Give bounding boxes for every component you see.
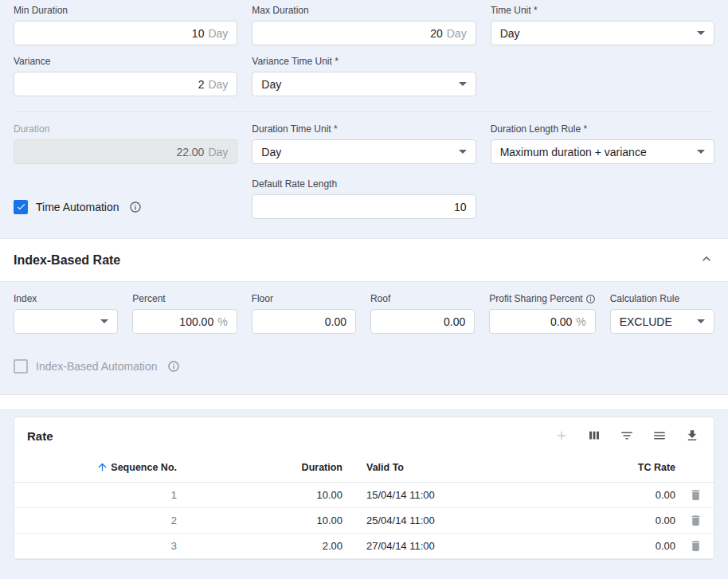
variance-label: Variance bbox=[14, 56, 237, 67]
calculation-rule-label: Calculation Rule bbox=[610, 293, 714, 304]
roof-label: Roof bbox=[370, 293, 475, 304]
floor-value: 0.00 bbox=[325, 315, 346, 328]
delete-icon[interactable] bbox=[677, 514, 714, 527]
rate-table: Sequence No. Duration Valid To TC Rate 1… bbox=[14, 452, 714, 559]
section-gap bbox=[0, 394, 728, 410]
cell-duration: 2.00 bbox=[178, 540, 344, 552]
filter-icon[interactable] bbox=[620, 428, 634, 443]
default-rate-length-input[interactable]: 10 bbox=[252, 194, 476, 219]
index-based-automation-checkbox-row: Index-Based Automation bbox=[14, 354, 714, 378]
download-icon[interactable] bbox=[685, 428, 699, 443]
duration-time-unit-label: Duration Time Unit * bbox=[252, 123, 476, 135]
min-duration-input[interactable]: 10 Day bbox=[14, 21, 237, 45]
variance-time-unit-field: Variance Time Unit * Day bbox=[252, 56, 476, 96]
percent-label: Percent bbox=[132, 293, 237, 304]
time-automation-label: Time Automation bbox=[36, 201, 119, 213]
check-icon bbox=[16, 201, 26, 212]
cell-sequence-no: 2 bbox=[14, 514, 178, 526]
index-based-automation-label: Index-Based Automation bbox=[36, 360, 158, 373]
roof-field: Roof 0.00 bbox=[370, 293, 475, 334]
time-automation-checkbox[interactable] bbox=[14, 200, 28, 214]
index-field: Index bbox=[14, 293, 118, 334]
floor-input[interactable]: 0.00 bbox=[252, 309, 356, 334]
max-duration-input[interactable]: 20 Day bbox=[252, 21, 476, 45]
calculation-rule-select[interactable]: EXCLUDE bbox=[610, 309, 714, 334]
info-icon[interactable] bbox=[585, 294, 596, 304]
page: Min Duration 10 Day Max Duration 20 Day … bbox=[0, 0, 728, 579]
floor-field: Floor 0.00 bbox=[252, 293, 356, 334]
duration-length-rule-label: Duration Length Rule * bbox=[491, 123, 714, 135]
rate-card: Rate bbox=[14, 417, 714, 560]
chevron-down-icon bbox=[100, 319, 108, 323]
delete-icon[interactable] bbox=[677, 488, 714, 502]
profit-sharing-percent-input[interactable]: 0.00 % bbox=[489, 309, 595, 334]
profit-sharing-percent-label: Profit Sharing Percent bbox=[489, 293, 595, 304]
duration-label: Duration bbox=[14, 123, 237, 135]
variance-field: Variance 2 Day bbox=[14, 56, 237, 96]
variance-suffix: Day bbox=[208, 78, 228, 91]
variance-value: 2 bbox=[198, 78, 205, 91]
rate-toolbar bbox=[554, 428, 701, 443]
index-based-automation-checkbox bbox=[14, 359, 28, 374]
column-header-tc-rate[interactable]: TC Rate bbox=[573, 462, 677, 473]
duration-time-unit-select[interactable]: Day bbox=[252, 139, 476, 164]
max-duration-suffix: Day bbox=[447, 27, 467, 40]
cell-tc-rate: 0.00 bbox=[573, 540, 677, 552]
table-row[interactable]: 3 2.00 27/04/14 11:00 0.00 bbox=[14, 534, 714, 559]
duration-time-unit-value: Day bbox=[261, 146, 281, 158]
min-duration-suffix: Day bbox=[208, 27, 228, 40]
min-duration-value: 10 bbox=[192, 27, 205, 40]
variance-time-unit-select[interactable]: Day bbox=[252, 72, 476, 96]
percent-suffix: % bbox=[217, 315, 227, 328]
chevron-up-icon[interactable] bbox=[699, 251, 714, 270]
duration-length-rule-field: Duration Length Rule * Maximum duration … bbox=[491, 123, 714, 164]
duration-length-rule-value: Maximum duration + variance bbox=[500, 146, 647, 158]
default-rate-length-label: Default Rate Length bbox=[252, 178, 476, 190]
variance-input[interactable]: 2 Day bbox=[14, 72, 237, 96]
table-row[interactable]: 2 10.00 25/04/14 11:00 0.00 bbox=[14, 508, 714, 534]
section-divider bbox=[14, 111, 714, 112]
columns-icon[interactable] bbox=[587, 428, 601, 443]
index-select[interactable] bbox=[14, 309, 118, 334]
cell-valid-to: 15/04/14 11:00 bbox=[344, 489, 573, 501]
duration-time-unit-field: Duration Time Unit * Day bbox=[252, 123, 476, 164]
cell-sequence-no: 3 bbox=[14, 540, 178, 552]
cell-duration: 10.00 bbox=[178, 514, 344, 526]
default-rate-length-field: Default Rate Length 10 bbox=[252, 178, 476, 219]
column-header-sequence-no[interactable]: Sequence No. bbox=[14, 461, 178, 473]
column-header-valid-to[interactable]: Valid To bbox=[344, 462, 573, 473]
time-unit-field: Time Unit * Day bbox=[491, 5, 714, 45]
duration-input: 22.00 Day bbox=[14, 139, 237, 164]
table-row[interactable]: 1 10.00 15/04/14 11:00 0.00 bbox=[14, 483, 714, 508]
chevron-down-icon bbox=[697, 150, 705, 154]
index-based-rate-header[interactable]: Index-Based Rate bbox=[0, 238, 728, 282]
cell-sequence-no: 1 bbox=[14, 489, 178, 501]
roof-value: 0.00 bbox=[444, 315, 465, 328]
percent-input[interactable]: 100.00 % bbox=[132, 309, 237, 334]
chevron-down-icon bbox=[697, 319, 705, 323]
time-unit-select[interactable]: Day bbox=[491, 21, 714, 45]
add-icon[interactable] bbox=[554, 428, 569, 443]
duration-field: Duration 22.00 Day bbox=[14, 123, 237, 164]
time-automation-checkbox-row[interactable]: Time Automation bbox=[14, 194, 142, 219]
column-header-duration[interactable]: Duration bbox=[178, 462, 344, 473]
cell-tc-rate: 0.00 bbox=[573, 489, 677, 501]
index-based-rate-section: Index Percent 100.00 % Floor 0.00 bbox=[0, 282, 728, 394]
duration-value: 22.00 bbox=[176, 146, 204, 158]
max-duration-value: 20 bbox=[430, 27, 443, 40]
info-icon[interactable] bbox=[129, 201, 142, 213]
max-duration-field: Max Duration 20 Day bbox=[252, 5, 476, 45]
duration-suffix: Day bbox=[208, 146, 228, 158]
percent-field: Percent 100.00 % bbox=[132, 293, 237, 334]
max-duration-label: Max Duration bbox=[252, 5, 476, 16]
variance-time-unit-value: Day bbox=[261, 78, 281, 91]
density-icon[interactable] bbox=[652, 428, 667, 443]
info-icon[interactable] bbox=[167, 360, 180, 373]
roof-input[interactable]: 0.00 bbox=[370, 309, 475, 334]
default-rate-length-value: 10 bbox=[454, 201, 467, 213]
duration-length-rule-select[interactable]: Maximum duration + variance bbox=[491, 139, 714, 164]
chevron-down-icon bbox=[459, 82, 467, 86]
rate-title: Rate bbox=[27, 429, 53, 443]
delete-icon[interactable] bbox=[677, 539, 714, 553]
percent-value: 100.00 bbox=[179, 315, 213, 328]
